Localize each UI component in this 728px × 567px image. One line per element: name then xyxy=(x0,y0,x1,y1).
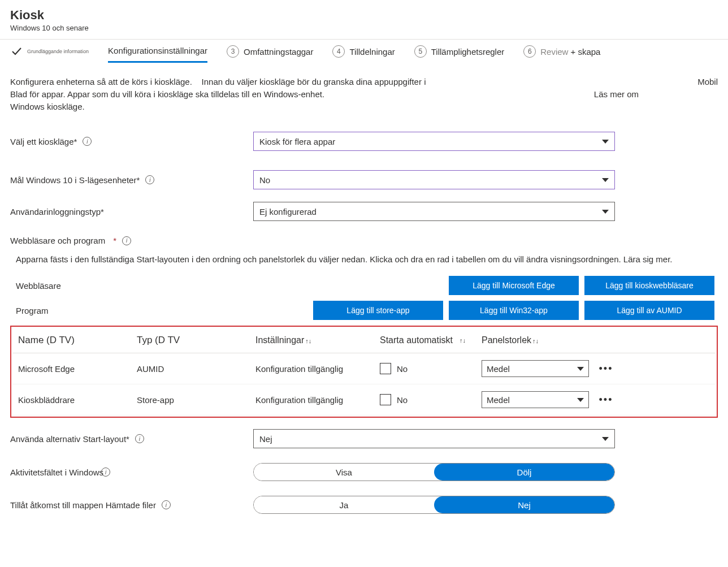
step-applicability-label: Tillämplighetsregler xyxy=(431,47,505,57)
kiosk-mode-label: Välj ett kioskläge* xyxy=(10,137,77,146)
add-aumid-button[interactable]: Lägg till av AUMID xyxy=(584,301,714,320)
step-applicability[interactable]: 5 Tillämplighetsregler xyxy=(414,45,505,63)
info-icon[interactable]: i xyxy=(145,175,154,184)
downloads-yes-option[interactable]: Ja xyxy=(254,496,434,513)
autolaunch-checkbox[interactable] xyxy=(380,394,391,405)
taskbar-hide-option[interactable]: Dölj xyxy=(434,464,614,481)
intro-line1a: Konfigurera enheterna så att de körs i k… xyxy=(10,77,192,86)
info-icon[interactable]: i xyxy=(101,468,110,477)
s-mode-label: Mål Windows 10 i S-lägesenheter* xyxy=(10,175,140,185)
logon-type-label: Användarinloggningstyp* xyxy=(10,207,104,217)
alt-start-select[interactable]: Nej xyxy=(253,429,615,448)
table-row[interactable]: Kioskbläddrare Store-app Konfiguration t… xyxy=(12,384,716,415)
step-scope-label: Omfattningstaggar xyxy=(244,47,313,57)
logon-type-value: Ej konfigurerad xyxy=(259,207,317,217)
add-store-app-button[interactable]: Lägg till store-app xyxy=(313,301,443,320)
s-mode-select[interactable]: No xyxy=(253,170,615,189)
row-programs: Program Lägg till store-app Lägg till Wi… xyxy=(10,301,718,320)
cell-name: Microsoft Edge xyxy=(18,364,137,374)
table-header: Name (D TV) Typ (D TV Inställningar↑↓ St… xyxy=(12,328,716,353)
content-area: Konfigurera enheterna så att de körs i k… xyxy=(0,63,728,526)
step-number-3: 3 xyxy=(227,45,239,58)
info-icon[interactable]: i xyxy=(122,236,131,245)
sort-icon: ↑↓ xyxy=(460,337,466,344)
cell-name: Kioskbläddrare xyxy=(18,395,137,405)
step-basics[interactable]: Grundläggande information xyxy=(10,45,89,63)
cell-settings: Konfiguration tillgänglig xyxy=(255,364,380,374)
step-review[interactable]: 6 Review + skapa xyxy=(523,45,600,63)
th-auto[interactable]: Starta automatiskt↑↓ xyxy=(380,335,482,345)
chevron-down-icon xyxy=(602,178,609,182)
step-basics-label: Grundläggande information xyxy=(27,49,89,54)
check-icon xyxy=(10,45,23,58)
step-assign[interactable]: 4 Tilldelningar xyxy=(332,45,395,63)
th-tile[interactable]: Panelstorlek↑↓ xyxy=(482,335,595,345)
row-more-button[interactable]: ••• xyxy=(595,394,617,406)
info-icon[interactable]: i xyxy=(83,137,92,146)
step-config[interactable]: Konfigurationsinställningar xyxy=(108,46,207,63)
sort-icon: ↑↓ xyxy=(532,337,539,344)
apps-table: Name (D TV) Typ (D TV Inställningar↑↓ St… xyxy=(12,328,716,415)
intro-right2: Läs mer om xyxy=(594,88,639,101)
add-kiosk-browser-button[interactable]: Lägg till kioskwebbläsare xyxy=(584,276,714,295)
apps-table-highlight: Name (D TV) Typ (D TV Inställningar↑↓ St… xyxy=(10,326,718,418)
cell-auto: No xyxy=(397,364,408,374)
tile-size-select[interactable]: Medel xyxy=(482,360,589,377)
sort-icon: ↑↓ xyxy=(305,337,311,344)
intro-text: Konfigurera enheterna så att de körs i k… xyxy=(10,76,718,112)
row-taskbar: Aktivitetsfältet i Windows i Visa Dölj xyxy=(10,463,718,481)
step-config-label: Konfigurationsinställningar xyxy=(108,46,207,55)
browsers-programs-desc: Apparna fästs i den fullständiga Start-l… xyxy=(16,253,718,266)
autolaunch-checkbox[interactable] xyxy=(380,363,391,374)
cell-type: Store-app xyxy=(137,395,255,405)
chevron-down-icon xyxy=(602,210,609,214)
row-downloads: Tillåt åtkomst till mappen Hämtade filer… xyxy=(10,496,718,514)
row-browsers: Webbläsare Lägg till Microsoft Edge Lägg… xyxy=(10,276,718,295)
table-row[interactable]: Microsoft Edge AUMID Konfiguration tillg… xyxy=(12,353,716,384)
row-alt-start: Använda alternativ Start-layout* i Nej xyxy=(10,429,718,448)
taskbar-label: Aktivitetsfältet i Windows xyxy=(10,468,103,477)
info-icon[interactable]: i xyxy=(135,434,144,443)
kiosk-mode-select[interactable]: Kiosk för flera appar xyxy=(253,132,615,151)
info-icon[interactable]: i xyxy=(162,500,171,509)
step-review-plus: + skapa xyxy=(570,47,600,57)
chevron-down-icon xyxy=(577,367,584,371)
intro-line1b: Innan du väljer kioskläge bör du granska… xyxy=(202,77,426,86)
intro-line3: Windows kioskläge. xyxy=(10,101,718,113)
cell-type: AUMID xyxy=(137,364,255,374)
browsers-programs-label: Webbläsare och program xyxy=(10,236,105,245)
add-win32-app-button[interactable]: Lägg till Win32-app xyxy=(449,301,579,320)
th-name[interactable]: Name (D TV) xyxy=(18,335,137,346)
taskbar-show-option[interactable]: Visa xyxy=(254,464,434,481)
kiosk-mode-value: Kiosk för flera appar xyxy=(259,137,335,146)
cell-tile: Medel xyxy=(487,395,510,405)
alt-start-value: Nej xyxy=(259,434,272,444)
step-assign-label: Tilldelningar xyxy=(349,47,395,57)
page-subtitle: Windows 10 och senare xyxy=(10,24,718,32)
page-header: Kiosk Windows 10 och senare xyxy=(0,0,728,40)
step-number-4: 4 xyxy=(332,45,345,58)
page-title: Kiosk xyxy=(10,8,718,23)
intro-line2a: Blad för appar. Appar som du vill köra i… xyxy=(10,89,324,99)
downloads-no-option[interactable]: Nej xyxy=(434,496,614,513)
chevron-down-icon xyxy=(602,140,609,144)
cell-settings: Konfiguration tillgänglig xyxy=(255,395,380,405)
downloads-label: Tillåt åtkomst till mappen Hämtade filer xyxy=(10,500,156,510)
wizard-stepper: Grundläggande information Konfigurations… xyxy=(0,40,728,63)
row-more-button[interactable]: ••• xyxy=(595,363,617,375)
browsers-programs-heading: Webbläsare och program * i xyxy=(10,236,718,245)
s-mode-value: No xyxy=(259,175,270,185)
row-browsers-label: Webbläsare xyxy=(10,281,202,291)
step-scope[interactable]: 3 Omfattningstaggar xyxy=(227,45,313,63)
taskbar-toggle: Visa Dölj xyxy=(253,463,615,481)
row-logon-type: Användarinloggningstyp* Ej konfigurerad xyxy=(10,202,718,221)
step-number-6: 6 xyxy=(523,45,536,58)
add-edge-button[interactable]: Lägg till Microsoft Edge xyxy=(449,276,579,295)
step-review-label: Review xyxy=(540,47,568,57)
th-settings[interactable]: Inställningar↑↓ xyxy=(255,335,380,345)
tile-size-select[interactable]: Medel xyxy=(482,391,589,408)
row-programs-label: Program xyxy=(10,306,202,315)
th-type[interactable]: Typ (D TV xyxy=(137,335,255,346)
chevron-down-icon xyxy=(602,437,609,441)
logon-type-select[interactable]: Ej konfigurerad xyxy=(253,202,615,221)
